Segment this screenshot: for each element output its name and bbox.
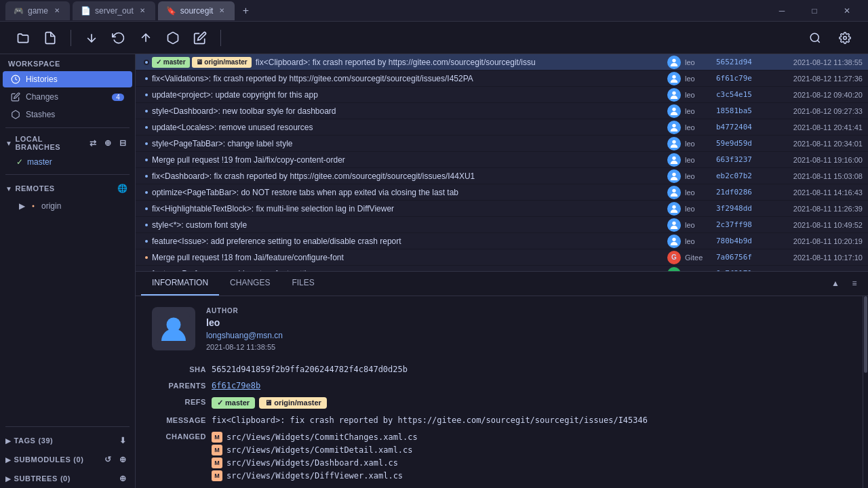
tags-group[interactable]: ▶ TAGS (39) ⬇: [0, 431, 135, 450]
commit-graph: [141, 103, 152, 119]
changed-row: CHANGEDMsrc/Views/Widgets/CommitChanges.…: [152, 432, 852, 481]
subtrees-group[interactable]: ▶ SUBTREES (0) ⊕: [0, 469, 135, 488]
commit-row[interactable]: fix<Dashboard>: fix crash reported by ht…: [136, 168, 868, 184]
commit-graph: [141, 152, 152, 168]
open-file-button[interactable]: [38, 26, 62, 50]
remotes-group[interactable]: ▼ REMOTES 🌐: [0, 179, 135, 198]
commit-row[interactable]: feature<Issue>: add preference setting t…: [136, 233, 868, 249]
tab-files[interactable]: FILES: [281, 271, 325, 296]
commit-avatar: [667, 235, 681, 248]
changed-label: CHANGED: [152, 432, 206, 441]
commit-sha: 780b4b9d: [716, 237, 764, 245]
commit-row[interactable]: feature<Preference>: add custom font set…: [136, 266, 868, 271]
commit-graph: [141, 233, 152, 249]
changed-file[interactable]: Msrc/Views/Widgets/CommitDetail.xaml.cs: [212, 445, 852, 455]
commit-author: leo: [685, 156, 712, 164]
push-button[interactable]: [134, 26, 158, 50]
tab-game[interactable]: 🎮 game ✕: [5, 1, 70, 20]
server-out-icon: 📄: [81, 6, 91, 16]
tab-changes[interactable]: CHANGES: [219, 271, 281, 296]
changed-file[interactable]: Msrc/Views/Widgets/CommitChanges.xaml.cs: [212, 432, 852, 443]
toolbar-separator-1: [71, 30, 71, 46]
commit-author: leo: [685, 91, 712, 99]
close-button[interactable]: ✕: [831, 1, 863, 20]
remote-origin[interactable]: ▶ origin: [3, 199, 132, 214]
submodules-label: SUBMODULES: [14, 455, 71, 464]
subtrees-add[interactable]: ⊕: [116, 472, 130, 485]
local-branches-group[interactable]: ▼ LOCAL BRANCHES ⇄ ⊕ ⊟: [0, 132, 135, 154]
commit-dot: [144, 190, 149, 195]
submodules-group[interactable]: ▶ SUBMODULES (0) ↺ ⊕: [0, 450, 135, 469]
pull-button[interactable]: [79, 26, 104, 50]
next-commit-button[interactable]: ≡: [846, 275, 863, 291]
commit-date: 2021-08-11 10:17:10: [768, 253, 863, 262]
tab-server-out-close[interactable]: ✕: [138, 6, 147, 16]
commit-row[interactable]: fix<HighlightableTextBlock>: fix multi-l…: [136, 201, 868, 217]
commit-row[interactable]: ✓ master🖥 origin/masterfix<Clipboard>: f…: [136, 54, 868, 70]
window-controls: ─ □ ✕: [766, 1, 863, 20]
commit-author: leo: [685, 107, 712, 115]
commit-avatar: [667, 137, 681, 150]
remotes-action[interactable]: 🌐: [116, 182, 130, 195]
detail-scrollbar[interactable]: [863, 296, 868, 489]
tags-fetch[interactable]: ⬇: [116, 434, 130, 447]
subtrees-actions: ⊕: [116, 472, 130, 485]
commit-row[interactable]: style<PageTabBar>: change label styleleo…: [136, 136, 868, 152]
commit-row[interactable]: Merge pull request !19 from Jai/fix/copy…: [136, 152, 868, 168]
fetch-button[interactable]: [106, 26, 131, 50]
submodules-count: (0): [73, 455, 83, 464]
commit-row[interactable]: update<project>: update copyright for th…: [136, 87, 868, 103]
remotes-arrow: ▼: [5, 185, 12, 192]
maximize-button[interactable]: □: [799, 1, 830, 20]
commit-row[interactable]: fix<Validations>: fix crash reported by …: [136, 70, 868, 87]
commit-message: fix<Validations>: fix crash reported by …: [152, 74, 663, 83]
commit-message: Merge pull request !19 from Jai/fix/copy…: [152, 155, 663, 165]
tab-sourcegit-close[interactable]: ✕: [217, 6, 226, 16]
commit-row[interactable]: style<Dashboard>: new toolbar style for …: [136, 103, 868, 119]
tab-information[interactable]: INFORMATION: [141, 271, 219, 296]
content-area: ✓ master🖥 origin/masterfix<Clipboard>: f…: [136, 54, 868, 488]
branch-action-1[interactable]: ⇄: [86, 136, 100, 150]
info-row: PARENTS6f61c79e8b: [152, 381, 852, 390]
sha-value: 56521d941859f2b9ffa206244782f4c847d0d25b: [212, 365, 852, 374]
sidebar-item-changes[interactable]: Changes 4: [3, 89, 132, 105]
open-folder-button[interactable]: [11, 26, 35, 50]
tags-arrow: ▶: [5, 437, 12, 445]
commit-row[interactable]: update<Locales>: remove unused resources…: [136, 119, 868, 136]
settings-button[interactable]: [833, 26, 857, 50]
changed-file[interactable]: Msrc/Views/Widgets/DiffViewer.xaml.cs: [212, 470, 852, 481]
sidebar-item-histories[interactable]: Histories: [3, 71, 132, 87]
commit-row[interactable]: Merge pull request !18 from Jai/feature/…: [136, 249, 868, 266]
minimize-button[interactable]: ─: [766, 1, 797, 20]
submodules-arrow: ▶: [5, 456, 12, 464]
branch-filter[interactable]: ⊟: [116, 136, 130, 150]
search-button[interactable]: [803, 26, 827, 50]
branch-action-2[interactable]: ⊕: [101, 136, 115, 150]
commit-button[interactable]: [188, 26, 212, 50]
commit-dot: [144, 206, 149, 211]
sidebar-item-stashes[interactable]: Stashes: [3, 106, 132, 123]
tab-game-close[interactable]: ✕: [52, 6, 62, 16]
tab-sourcegit-label: sourcegit: [180, 6, 214, 16]
new-tab-button[interactable]: +: [237, 3, 254, 19]
submodules-refresh[interactable]: ↺: [101, 453, 115, 466]
commit-sha: 7a06756f: [716, 253, 764, 262]
stash-button[interactable]: [161, 26, 185, 50]
changed-file[interactable]: Msrc/Views/Widgets/Dashboard.xaml.cs: [212, 458, 852, 468]
sidebar-separator-3: [5, 426, 130, 427]
tab-server-out[interactable]: 📄 server_out ✕: [73, 1, 155, 20]
svg-point-16: [672, 205, 675, 208]
parents-value[interactable]: 6f61c79e8b: [212, 381, 260, 390]
commit-row[interactable]: style<*>: custom font styleleo2c37ff9820…: [136, 217, 868, 233]
prev-commit-button[interactable]: ▲: [827, 275, 844, 291]
branch-master[interactable]: ✓ master: [3, 155, 132, 169]
svg-point-10: [672, 107, 675, 110]
author-section: AUTHORleolongshuang@msn.cn2021-08-12 11:…: [152, 307, 852, 351]
info-row: MESSAGEfix<Clipboard>: fix crash reporte…: [152, 415, 852, 425]
commit-list[interactable]: ✓ master🖥 origin/masterfix<Clipboard>: f…: [136, 54, 868, 271]
commit-dot: [144, 76, 149, 81]
tab-sourcegit[interactable]: 🔖 sourcegit ✕: [158, 1, 235, 20]
detail-wrapper: AUTHORleolongshuang@msn.cn2021-08-12 11:…: [136, 296, 868, 489]
commit-row[interactable]: optimize<PageTabBar>: do NOT restore tab…: [136, 184, 868, 201]
submodules-add[interactable]: ⊕: [116, 453, 130, 466]
